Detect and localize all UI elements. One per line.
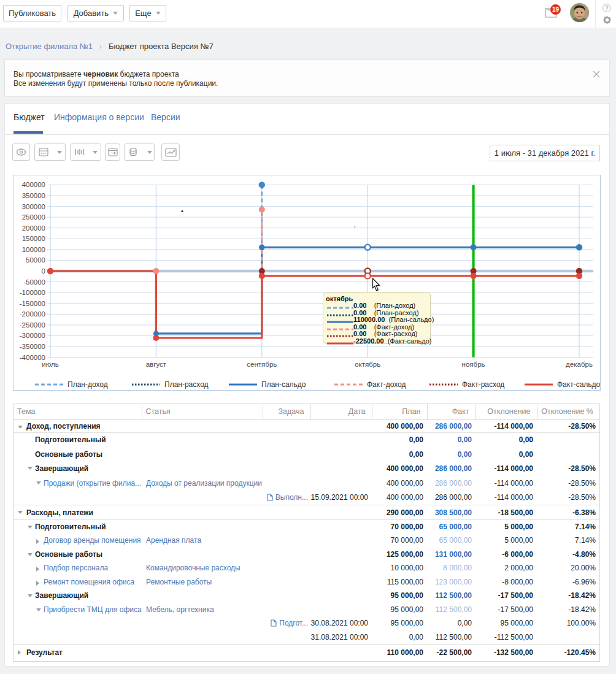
svg-text:июль: июль [42,361,59,368]
svg-text:-100000: -100000 [20,289,45,296]
svg-text:-50000: -50000 [23,278,45,286]
svg-text:100000: 100000 [22,246,45,253]
svg-text:50000: 50000 [26,256,45,264]
svg-text:август: август [146,361,167,368]
svg-text:План-доход: План-доход [67,380,108,389]
svg-text:0: 0 [42,267,45,275]
svg-text:400000: 400000 [22,181,45,188]
svg-text:-400000: -400000 [20,354,45,361]
svg-text:300000: 300000 [22,203,45,210]
svg-text:-350000: -350000 [20,343,45,350]
svg-text:-200000: -200000 [20,310,45,318]
svg-text:Факт-расход: Факт-расход [462,380,504,389]
svg-text:План-сальдо: План-сальдо [261,380,306,389]
svg-text:сентябрь: сентябрь [247,361,277,368]
svg-text:Факт-доход: Факт-доход [367,380,406,389]
svg-text:декабрь: декабрь [566,361,593,368]
svg-text:октябрь: октябрь [355,361,380,368]
svg-text:Факт-сальдо: Факт-сальдо [557,380,601,389]
svg-text:ноябрь: ноябрь [462,361,485,368]
svg-text:-300000: -300000 [20,332,45,339]
svg-text:150000: 150000 [22,235,45,242]
svg-text:План-расход: План-расход [164,380,209,389]
svg-text:-150000: -150000 [20,300,45,307]
svg-text:200000: 200000 [22,224,45,232]
svg-text:-250000: -250000 [20,321,45,329]
svg-text:250000: 250000 [22,213,45,221]
svg-text:350000: 350000 [22,192,45,199]
